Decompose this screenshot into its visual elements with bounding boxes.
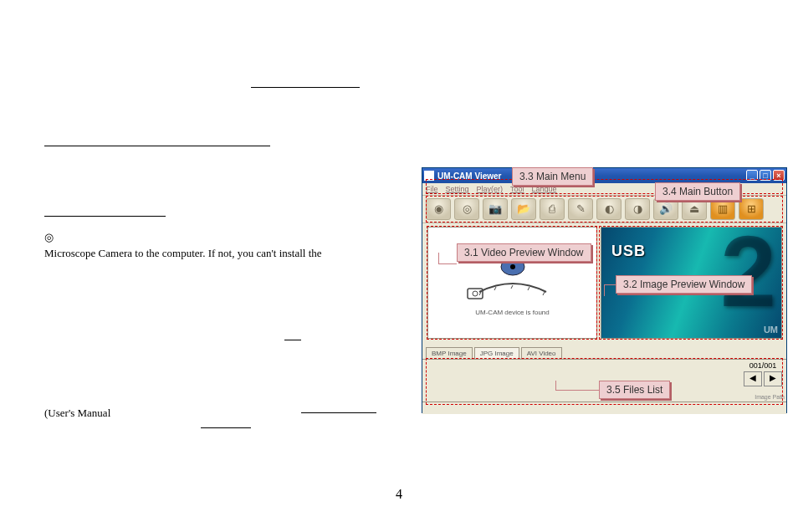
image-preview-usb-text: USB [611,243,646,260]
file-tabs: BMP Image JPG Image AVI Video [426,347,564,359]
minimize-button[interactable]: _ [746,170,758,181]
callout-33-label: 3.3 Main Menu [512,167,593,186]
tab-jpg[interactable]: JPG Image [474,347,519,359]
statusbar [422,402,786,414]
toolbar-btn-2[interactable]: ◎ [454,198,479,220]
menu-tool[interactable]: Tool [510,185,524,193]
underline-after-manual [201,412,251,428]
menu-langue[interactable]: Langue [532,185,557,193]
image-preview-big-number: 2 [720,227,776,321]
callout-34: 3.4 Main Button [655,182,740,201]
tab-avi[interactable]: AVI Video [521,347,562,359]
underline-section [44,130,270,146]
callout-35-leader-h [555,390,599,391]
toolbar-btn-5[interactable]: ⎙ [540,198,565,220]
callout-31: 3.1 Video Preview Window [457,243,591,262]
callout-32-label: 3.2 Image Preview Window [616,275,752,294]
menu-setting[interactable]: Setting [446,185,469,193]
users-manual-text: (User's Manual [44,406,110,421]
image-path-label: Image Path [755,394,785,400]
counter-box: 001/001 ◀ ▶ [741,361,785,386]
underline-mid [284,325,301,340]
callout-32-leader-v [604,284,605,296]
callout-31-leader-h [438,263,457,264]
toolbar-btn-3[interactable]: 📷 [483,198,508,220]
titlebar-text: UM-CAM Viewer [437,171,502,181]
toolbar-btn-11[interactable]: ▥ [710,198,735,220]
callout-35-label: 3.5 Files List [599,381,670,399]
toolbar-btn-7[interactable]: ◐ [596,198,622,220]
underline-sub1 [44,201,166,217]
page-counter: 001/001 [741,361,785,370]
callout-32: 3.2 Image Preview Window [616,275,752,294]
toolbar-btn-8[interactable]: ◑ [625,198,650,220]
video-preview-message: UM-CAM device is found [475,309,549,316]
titlebar: UM-CAM Viewer _ □ × [422,168,786,183]
toolbar-btn-10[interactable]: ⏏ [682,198,707,220]
close-button[interactable]: × [773,170,785,181]
svg-point-3 [473,291,478,296]
callout-34-label: 3.4 Main Button [655,182,740,201]
toolbar-btn-1[interactable]: ◉ [426,198,451,220]
underline-upper [251,72,360,88]
tab-bmp[interactable]: BMP Image [426,347,473,359]
page-number: 4 [396,487,402,502]
image-preview-um-text: UM [764,325,778,335]
callout-31-leader-v [438,253,439,264]
toolbar-btn-12[interactable]: ⊞ [739,198,764,220]
pager-next-button[interactable]: ▶ [764,371,782,386]
menu-file[interactable]: File [426,185,438,193]
toolbar-btn-9[interactable]: 🔊 [653,198,678,220]
toolbar-btn-4[interactable]: 📂 [511,198,536,220]
callout-35-leader-v [555,381,556,391]
menu-player[interactable]: Play(er) [477,185,504,193]
pager-prev-button[interactable]: ◀ [744,371,762,386]
callout-35: 3.5 Files List [599,381,670,399]
toolbar-btn-6[interactable]: ✎ [568,198,593,220]
underline-lower-right [301,397,376,413]
body-text-fragment: Microscope Camera to the computer. If no… [44,246,322,261]
maximize-button[interactable]: □ [760,170,771,181]
note-symbol: ◎ [44,230,54,245]
callout-33: 3.3 Main Menu [512,167,593,186]
callout-31-label: 3.1 Video Preview Window [457,243,591,262]
app-icon [424,171,434,181]
callout-32-leader-h [604,284,616,285]
svg-point-1 [510,264,515,269]
